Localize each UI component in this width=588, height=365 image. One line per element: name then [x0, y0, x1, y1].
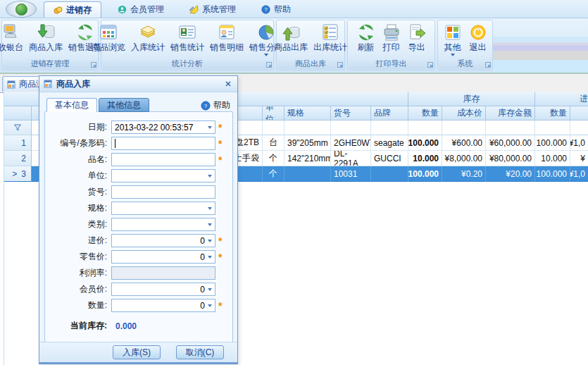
cell-extra[interactable]: ¥	[570, 151, 588, 166]
cell-extra[interactable]: ¥1,0	[570, 166, 588, 182]
group-caption: 商品出库	[277, 58, 344, 69]
other-button[interactable]: 其他	[440, 21, 465, 56]
cell-cost[interactable]: ¥0.20	[442, 166, 486, 182]
tab-system-management[interactable]: 系统管理	[180, 1, 245, 18]
filter-cell[interactable]	[486, 120, 535, 135]
header-extra[interactable]	[570, 106, 588, 120]
print-button[interactable]: 打印	[379, 21, 404, 52]
close-button[interactable]	[223, 79, 233, 89]
cell-brand[interactable]: seagate	[371, 135, 408, 151]
goods-browse-button[interactable]: 商品浏览	[89, 21, 128, 52]
stock-in-stats-button[interactable]: 入库统计	[128, 21, 168, 52]
dialog-titlebar[interactable]: 商品入库	[39, 76, 237, 92]
chevron-down-icon[interactable]	[208, 304, 212, 307]
export-button[interactable]: 导出	[404, 21, 430, 52]
sales-detail-button[interactable]: 销售明细	[207, 21, 246, 52]
chevron-down-icon[interactable]	[208, 240, 212, 242]
product-name-input[interactable]	[111, 153, 215, 166]
cell-qty2[interactable]: 100.000	[535, 166, 570, 182]
cell-amount[interactable]: ¥20.00	[486, 166, 535, 182]
button-label: 商品浏览	[92, 42, 125, 52]
row-number[interactable]: 2	[4, 151, 32, 166]
chevron-down-icon[interactable]	[208, 288, 212, 291]
filter-cell[interactable]	[371, 120, 408, 135]
dialog-launcher-icon[interactable]	[266, 62, 272, 68]
header-qty2[interactable]: 数量	[535, 106, 570, 120]
chevron-down-icon[interactable]	[208, 126, 212, 129]
cancel-button[interactable]: 取消(C)	[176, 345, 224, 359]
cell-unit[interactable]: 个	[263, 151, 284, 166]
chevron-down-icon[interactable]	[208, 175, 212, 178]
goods-stock-in-button[interactable]: 商品入库	[26, 21, 65, 52]
quantity-spinner[interactable]: 0	[111, 299, 215, 312]
row-number[interactable]: > 3	[4, 166, 32, 182]
cell-amount[interactable]: ¥80,000.00	[486, 151, 535, 166]
cell-unit[interactable]: 台	[263, 135, 284, 151]
filter-cell[interactable]	[535, 120, 570, 135]
cell-qty[interactable]: 100.000	[408, 135, 442, 151]
cell-qty[interactable]: 10.000	[408, 151, 442, 166]
chevron-down-icon[interactable]	[208, 223, 212, 226]
cash-register-button[interactable]: 收银台	[0, 21, 26, 52]
retail-price-spinner[interactable]: 0	[111, 250, 215, 264]
cell-code[interactable]: 10031	[331, 166, 371, 182]
goods-stock-out-button[interactable]: 商品出库	[271, 21, 311, 52]
dialog-launcher-icon[interactable]	[427, 62, 433, 68]
filter-cell[interactable]	[331, 120, 371, 135]
filter-cell[interactable]	[408, 120, 442, 135]
header-amount[interactable]: 库存金额	[486, 106, 535, 120]
cell-extra[interactable]: ¥1,0	[570, 135, 588, 151]
tab-basic-info[interactable]: 基本信息	[46, 98, 97, 112]
filter-cell[interactable]	[570, 120, 588, 135]
cell-code[interactable]: DL-2291A	[331, 151, 371, 166]
chevron-down-icon[interactable]	[208, 207, 212, 210]
cell-qty2[interactable]: 100.000	[535, 135, 570, 151]
header-brand[interactable]: 品牌	[371, 106, 408, 120]
application-orb-button[interactable]	[6, 1, 37, 18]
row-number[interactable]: 1	[4, 135, 32, 151]
header-qty[interactable]: 数量	[408, 106, 442, 120]
cell-spec[interactable]	[284, 166, 331, 182]
member-price-spinner[interactable]: 0	[111, 283, 215, 296]
stock-out-stats-button[interactable]: 出库统计	[311, 21, 350, 52]
item-code-input[interactable]	[111, 185, 215, 199]
cell-cost[interactable]: ¥600.00	[442, 135, 486, 151]
refresh-button[interactable]: 刷新	[354, 21, 379, 52]
sales-stats-button[interactable]: 销售统计	[168, 21, 207, 52]
filter-cell[interactable]	[4, 120, 32, 135]
cell-spec[interactable]: 39"205mm	[284, 135, 331, 151]
help-link[interactable]: ? 帮助	[201, 99, 230, 111]
tab-member-management[interactable]: 会员管理	[108, 1, 173, 18]
cell-code[interactable]: 2GHE0WTZ	[331, 135, 371, 151]
exit-button[interactable]: 退出	[465, 21, 491, 52]
header-cost[interactable]: 成本价	[442, 106, 486, 120]
chevron-down-icon[interactable]	[208, 256, 212, 259]
tab-other-info[interactable]: 其他信息	[99, 98, 149, 112]
header-unit[interactable]: 单位	[263, 106, 284, 120]
tab-help[interactable]: ? 帮助	[252, 1, 300, 18]
filter-cell[interactable]	[442, 120, 486, 135]
unit-combobox[interactable]	[111, 169, 215, 182]
cell-amount[interactable]: ¥60,000.00	[486, 135, 535, 151]
barcode-input[interactable]	[111, 137, 215, 150]
dialog-launcher-icon[interactable]	[337, 62, 343, 68]
cell-spec[interactable]: 142"210mm	[284, 151, 331, 166]
date-combobox[interactable]: 2013-03-22 00:53:57	[111, 120, 215, 134]
purchase-price-spinner[interactable]: 0	[111, 234, 215, 247]
stock-in-confirm-button[interactable]: 入库(S)	[113, 345, 161, 359]
header-code[interactable]: 货号	[331, 106, 371, 120]
header-spec[interactable]: 规格	[284, 106, 331, 120]
cell-unit[interactable]: 个	[263, 166, 284, 182]
spec-combobox[interactable]	[111, 202, 215, 215]
dialog-launcher-icon[interactable]	[485, 62, 491, 68]
filter-cell[interactable]	[263, 120, 284, 135]
cell-qty[interactable]: 100.000	[408, 166, 442, 182]
category-combobox[interactable]	[111, 218, 215, 231]
filter-cell[interactable]	[284, 120, 331, 135]
cell-brand[interactable]: GUCCI	[371, 151, 408, 166]
dialog-launcher-icon[interactable]	[91, 62, 96, 68]
tab-purchase-sales-inventory[interactable]: 进销存	[44, 1, 101, 18]
cell-brand[interactable]	[371, 166, 408, 182]
cell-qty2[interactable]: 10.000	[535, 151, 570, 166]
cell-cost[interactable]: ¥8,000.00	[442, 151, 486, 166]
